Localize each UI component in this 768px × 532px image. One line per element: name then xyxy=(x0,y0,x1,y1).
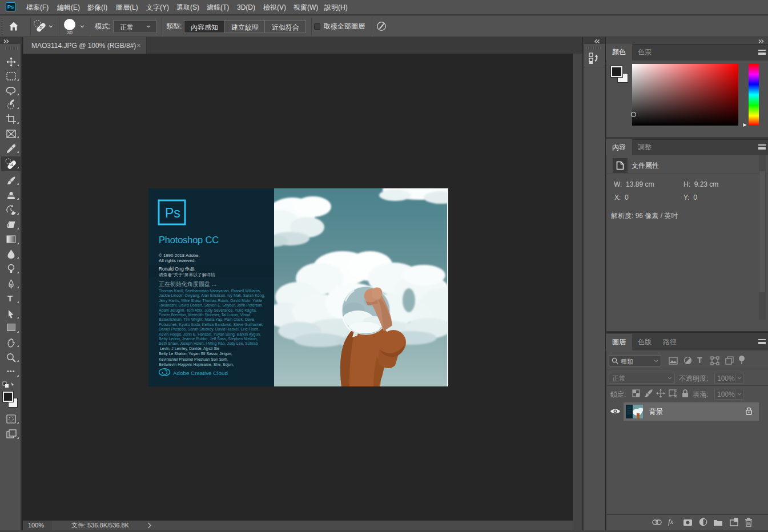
svg-text:请查看"关于"屏幕以了解详情: 请查看"关于"屏幕以了解详情 xyxy=(159,272,215,277)
svg-text:Photoshop CC: Photoshop CC xyxy=(159,235,219,245)
svg-text:Betty Le Shaion, Yuyan Sif Sas: Betty Le Shaion, Yuyan Sif Sasso, Jeigun… xyxy=(159,352,232,356)
svg-text:Jackie Lincoln-Owyang, Alan Er: Jackie Lincoln-Owyang, Alan Erickson, Iv… xyxy=(159,293,265,298)
svg-text:Ps: Ps xyxy=(165,205,180,220)
svg-text:© 1990-2018 Adobe.: © 1990-2018 Adobe. xyxy=(159,253,200,258)
svg-text:Adam Jerugim, Tom Attix, Judy: Adam Jerugim, Tom Attix, Judy Severance,… xyxy=(159,308,257,313)
svg-text:Levin, J Lemley, Davide, Ajyst: Levin, J Lemley, Davide, Ajysti Sie xyxy=(160,346,220,351)
svg-text:All rights reserved.: All rights reserved. xyxy=(159,258,196,263)
svg-text:Bettwievin Hoppvin Hopieame, S: Bettwievin Hoppvin Hopieame, She, Sojun, xyxy=(159,362,234,367)
svg-text:Seth Shaw, Joseph Hsieh, I-Min: Seth Shaw, Joseph Hsieh, I-Ming Pao, Jud… xyxy=(159,341,258,346)
svg-text:Adobe Creative Cloud: Adobe Creative Cloud xyxy=(173,370,228,376)
svg-text:Daniel Presedo, Sarah Stuckey,: Daniel Presedo, Sarah Stuckey, David Hac… xyxy=(159,327,259,332)
svg-text:Ronald Ong 作品: Ronald Ong 作品 xyxy=(159,267,194,272)
svg-text:Kevin Hopps, John E. Hanson, Y: Kevin Hopps, John E. Hanson, Yuyan Song,… xyxy=(159,332,261,337)
svg-text:Polaschek, Kyoko Itoda, Kellis: Polaschek, Kyoko Itoda, Kellisa Sandoval… xyxy=(159,323,264,327)
svg-text:正在初始化角度圆盘 ...: 正在初始化角度圆盘 ... xyxy=(159,281,216,287)
svg-text:Foster Brereton, Meredith Stot: Foster Brereton, Meredith Stotzner, Tai … xyxy=(159,313,250,317)
svg-text:Takahashi, David Dobish, Steve: Takahashi, David Dobish, Steven E. Snyde… xyxy=(159,303,263,308)
svg-text:Thomas Knoll, Seetharaman Nara: Thomas Knoll, Seetharaman Narayanan, Rus… xyxy=(159,289,261,293)
svg-text:Betty Leong, Jeanne Rubbo, Jef: Betty Leong, Jeanne Rubbo, Jeff Sass, St… xyxy=(159,337,258,341)
svg-text:Jerry Harris, Mike Shaw, Thoma: Jerry Harris, Mike Shaw, Thomas Ruark, D… xyxy=(159,299,262,303)
svg-text:Balakrishnan, Tim Wright, Mari: Balakrishnan, Tim Wright, Maria Yap, Pam… xyxy=(159,317,254,322)
svg-text:Kevinianiel Presniel Prestuan: Kevinianiel Presniel Prestuan Son Solh, xyxy=(159,357,228,361)
